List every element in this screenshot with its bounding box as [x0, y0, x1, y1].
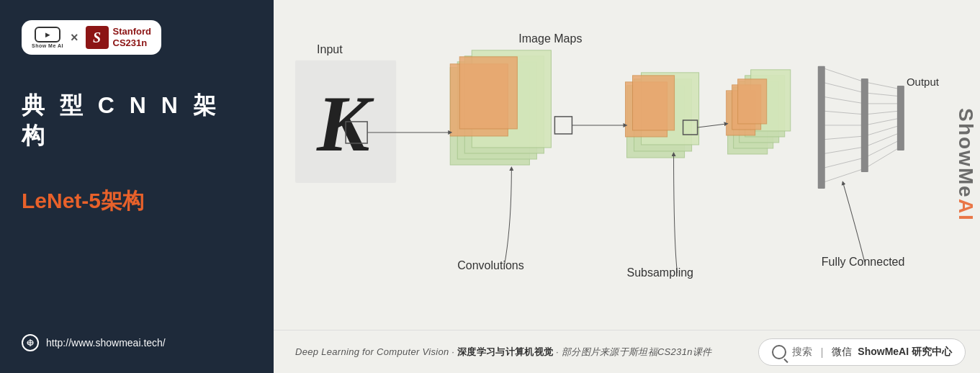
svg-line-35 — [865, 93, 901, 96]
bottom-text-bold: 深度学习与计算机视觉 — [457, 346, 553, 357]
bottom-text-plain: Deep Learning for Computer Vision · — [295, 346, 457, 357]
svg-line-41 — [865, 140, 901, 158]
svg-text:Fully Connected: Fully Connected — [822, 256, 905, 268]
bottom-text-plain2: · 部分图片来源于斯坦福CS231n课件 — [553, 346, 711, 357]
svg-rect-43 — [818, 66, 825, 189]
svg-line-30 — [822, 136, 865, 140]
main-title: 典 型 C N N 架 构 — [22, 91, 252, 150]
stanford-course: CS231n — [113, 37, 151, 49]
logo-area: Show Me AI × S Stanford CS231n — [22, 20, 161, 55]
showmeai-icon — [35, 27, 60, 42]
showmeai-logo: Show Me AI — [32, 27, 63, 48]
svg-text:Input: Input — [317, 43, 343, 55]
cross-symbol: × — [71, 30, 78, 45]
svg-rect-24 — [738, 79, 767, 124]
search-icon — [772, 345, 786, 359]
stanford-s-icon: S — [86, 26, 109, 49]
stanford-text: Stanford CS231n — [113, 26, 151, 48]
svg-text:Output: Output — [907, 76, 940, 88]
search-badge[interactable]: 搜索 | 微信 ShowMeAI 研究中心 — [758, 338, 966, 366]
bottom-bar: Deep Learning for Computer Vision · 深度学习… — [274, 330, 980, 373]
cnn-diagram: K Input Image Maps — [274, 0, 980, 330]
svg-rect-49 — [554, 117, 572, 134]
main-content: K Input Image Maps — [274, 0, 980, 373]
svg-text:Subsampling: Subsampling — [627, 266, 693, 279]
svg-line-31 — [822, 147, 865, 154]
stanford-name: Stanford — [113, 26, 151, 37]
svg-line-52 — [698, 124, 727, 127]
svg-line-33 — [822, 168, 865, 183]
svg-line-26 — [822, 82, 865, 93]
svg-line-27 — [822, 96, 865, 104]
svg-line-25 — [822, 68, 865, 82]
sidebar: Show Me AI × S Stanford CS231n 典 型 C N N… — [0, 0, 274, 373]
stanford-logo: S Stanford CS231n — [86, 26, 151, 49]
svg-text:Convolutions: Convolutions — [457, 259, 523, 271]
svg-rect-11 — [459, 57, 517, 129]
search-divider: | — [821, 346, 824, 358]
wechat-label: 微信 — [832, 346, 852, 359]
svg-line-28 — [822, 111, 865, 114]
svg-line-37 — [865, 111, 901, 114]
website-link[interactable]: http://www.showmeai.tech/ — [22, 334, 252, 359]
svg-line-42 — [865, 147, 901, 168]
svg-line-38 — [865, 118, 901, 125]
svg-rect-45 — [897, 86, 904, 150]
showmeai-label: Show Me AI — [32, 43, 63, 48]
brand-name: ShowMeAI 研究中心 — [858, 346, 952, 359]
cnn-svg: K Input Image Maps — [274, 0, 980, 330]
nav-icon — [22, 334, 39, 351]
search-label: 搜索 — [792, 346, 812, 359]
bottom-text: Deep Learning for Computer Vision · 深度学习… — [295, 346, 711, 359]
subtitle: LeNet-5架构 — [22, 186, 252, 216]
svg-rect-16 — [633, 76, 675, 130]
svg-line-32 — [822, 158, 865, 168]
svg-rect-44 — [861, 78, 868, 172]
svg-text:Image Maps: Image Maps — [518, 32, 582, 45]
svg-line-34 — [865, 82, 901, 89]
website-url: http://www.showmeai.tech/ — [46, 337, 166, 349]
